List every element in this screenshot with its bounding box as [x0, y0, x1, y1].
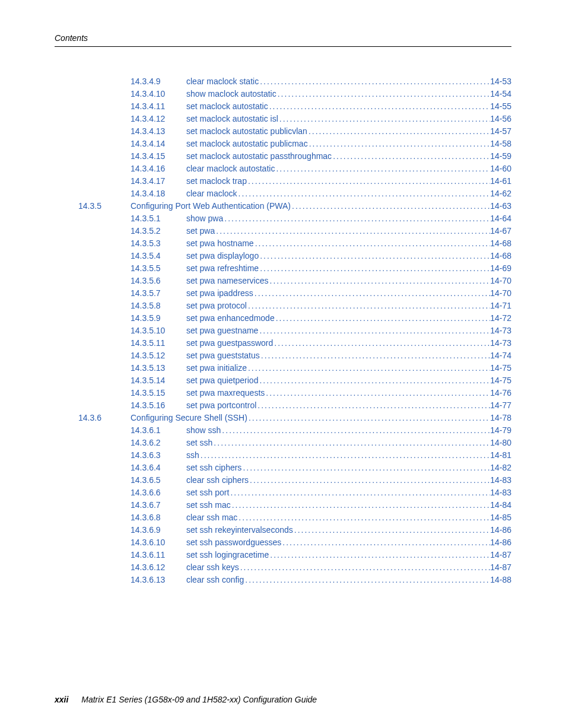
- toc-title: set ssh port: [186, 487, 229, 499]
- toc-number: 14.3.5.6: [55, 275, 186, 287]
- toc-title: set pwa: [186, 225, 215, 237]
- toc-entry[interactable]: 14.3.4.12set maclock autostatic isl 14-5…: [55, 113, 511, 125]
- toc-entry[interactable]: 14.3.4.10show maclock autostatic 14-54: [55, 88, 511, 100]
- toc-entry[interactable]: 14.3.4.18clear maclock 14-62: [55, 187, 511, 200]
- toc-entry[interactable]: 14.3.4.11set maclock autostatic 14-55: [55, 100, 511, 113]
- toc-page: 14-80: [490, 437, 511, 449]
- toc-number: 14.3.5.16: [55, 399, 186, 412]
- toc-page: 14-71: [490, 300, 511, 312]
- toc-number: 14.3.5.5: [55, 262, 186, 275]
- toc-number: 14.3.5.9: [55, 312, 186, 325]
- toc-entry[interactable]: 14.3.5.16set pwa portcontrol 14-77: [55, 399, 511, 412]
- toc-page: 14-83: [490, 474, 511, 487]
- toc-title: set ssh ciphers: [186, 462, 241, 474]
- toc-number: 14.3.4.16: [55, 163, 186, 175]
- toc-title: set pwa quietperiod: [186, 374, 258, 387]
- toc-entry[interactable]: 14.3.5Configuring Port Web Authenticatio…: [55, 200, 511, 212]
- toc-entry[interactable]: 14.3.4.9clear maclock static 14-53: [55, 75, 511, 88]
- toc-leader: [256, 399, 490, 412]
- toc-leader: [260, 349, 490, 362]
- toc-entry[interactable]: 14.3.5.7set pwa ipaddress 14-70: [55, 287, 511, 300]
- toc-title: set maclock autostatic publicmac: [186, 138, 308, 150]
- toc-leader: [221, 424, 490, 437]
- toc-entry[interactable]: 14.3.5.2set pwa 14-67: [55, 225, 511, 237]
- toc-title: set ssh logingracetime: [186, 549, 269, 561]
- toc-title: set maclock autostatic passthroughmac: [186, 150, 332, 163]
- toc-entry[interactable]: 14.3.4.14set maclock autostatic publicma…: [55, 138, 511, 150]
- toc-entry[interactable]: 14.3.5.14set pwa quietperiod 14-75: [55, 374, 511, 387]
- toc-number: 14.3.6.6: [55, 487, 186, 499]
- toc-number: 14.3.6.10: [55, 536, 186, 549]
- toc-entry[interactable]: 14.3.6.12clear ssh keys 14-87: [55, 561, 511, 574]
- table-of-contents: 14.3.4.9clear maclock static 14-5314.3.4…: [55, 75, 511, 586]
- toc-leader: [254, 237, 491, 250]
- toc-leader: [258, 374, 490, 387]
- toc-entry[interactable]: 14.3.5.10set pwa guestname 14-73: [55, 325, 511, 337]
- toc-entry[interactable]: 14.3.6.7set ssh mac 14-84: [55, 499, 511, 511]
- toc-leader: [275, 312, 491, 325]
- toc-number: 14.3.5.4: [55, 250, 186, 262]
- toc-title: show maclock autostatic: [186, 88, 276, 100]
- toc-entry[interactable]: 14.3.5.4set pwa displaylogo 14-68: [55, 250, 511, 262]
- toc-entry[interactable]: 14.3.6.3ssh 14-81: [55, 449, 511, 462]
- running-header: Contents: [55, 33, 511, 43]
- toc-entry[interactable]: 14.3.5.12set pwa gueststatus 14-74: [55, 349, 511, 362]
- toc-number: 14.3.4.13: [55, 125, 186, 138]
- toc-entry[interactable]: 14.3.5.8set pwa protocol 14-71: [55, 300, 511, 312]
- toc-entry[interactable]: 14.3.6.11set ssh logingracetime 14-87: [55, 549, 511, 561]
- toc-entry[interactable]: 14.3.5.6set pwa nameservices 14-70: [55, 275, 511, 287]
- toc-entry[interactable]: 14.3.6.5clear ssh ciphers 14-83: [55, 474, 511, 487]
- toc-title: set pwa initialize: [186, 362, 247, 374]
- toc-leader: [237, 187, 491, 200]
- toc-number: 14.3.5.11: [55, 337, 186, 349]
- toc-entry[interactable]: 14.3.6Configuring Secure Shell (SSH) 14-…: [55, 412, 511, 424]
- toc-page: 14-54: [490, 88, 511, 100]
- toc-entry[interactable]: 14.3.6.9set ssh rekeyintervalseconds 14-…: [55, 524, 511, 536]
- toc-entry[interactable]: 14.3.5.15set pwa maxrequests 14-76: [55, 387, 511, 399]
- toc-entry[interactable]: 14.3.5.1show pwa 14-64: [55, 212, 511, 225]
- toc-entry[interactable]: 14.3.4.13set maclock autostatic publicvl…: [55, 125, 511, 138]
- toc-page: 14-78: [490, 412, 511, 424]
- toc-entry[interactable]: 14.3.6.4set ssh ciphers 14-82: [55, 462, 511, 474]
- toc-leader: [247, 175, 490, 187]
- toc-page: 14-56: [490, 113, 511, 125]
- toc-entry[interactable]: 14.3.4.17set maclock trap 14-61: [55, 175, 511, 187]
- toc-entry[interactable]: 14.3.6.6set ssh port 14-83: [55, 487, 511, 499]
- toc-leader: [259, 75, 490, 88]
- toc-entry[interactable]: 14.3.6.8clear ssh mac 14-85: [55, 511, 511, 524]
- toc-number: 14.3.4.17: [55, 175, 186, 187]
- toc-number: 14.3.4.9: [55, 75, 186, 88]
- toc-page: 14-75: [490, 362, 511, 374]
- toc-title: set ssh: [186, 437, 212, 449]
- toc-entry[interactable]: 14.3.6.1show ssh 14-79: [55, 424, 511, 437]
- toc-title: set pwa ipaddress: [186, 287, 253, 300]
- toc-leader: [244, 574, 490, 586]
- toc-leader: [259, 250, 490, 262]
- toc-leader: [249, 474, 490, 487]
- toc-page: 14-79: [490, 424, 511, 437]
- toc-entry[interactable]: 14.3.5.5set pwa refreshtime 14-69: [55, 262, 511, 275]
- toc-number: 14.3.6.9: [55, 524, 186, 536]
- toc-entry[interactable]: 14.3.6.10set ssh passwordguesses 14-86: [55, 536, 511, 549]
- toc-page: 14-69: [490, 262, 511, 275]
- toc-number: 14.3.6.13: [55, 574, 186, 586]
- toc-entry[interactable]: 14.3.6.13clear ssh config 14-88: [55, 574, 511, 586]
- toc-page: 14-55: [490, 100, 511, 113]
- toc-number: 14.3.6.2: [55, 437, 186, 449]
- toc-entry[interactable]: 14.3.5.9set pwa enhancedmode 14-72: [55, 312, 511, 325]
- toc-leader: [269, 549, 490, 561]
- toc-leader: [273, 337, 490, 349]
- toc-number: 14.3.4.12: [55, 113, 186, 125]
- toc-entry[interactable]: 14.3.4.15set maclock autostatic passthro…: [55, 150, 511, 163]
- toc-entry[interactable]: 14.3.5.13set pwa initialize 14-75: [55, 362, 511, 374]
- toc-entry[interactable]: 14.3.6.2set ssh 14-80: [55, 437, 511, 449]
- toc-entry[interactable]: 14.3.5.3set pwa hostname 14-68: [55, 237, 511, 250]
- toc-entry[interactable]: 14.3.4.16clear maclock autostatic 14-60: [55, 163, 511, 175]
- toc-number: 14.3.4.15: [55, 150, 186, 163]
- toc-entry[interactable]: 14.3.5.11set pwa guestpassword 14-73: [55, 337, 511, 349]
- toc-page: 14-87: [490, 549, 511, 561]
- toc-leader: [199, 449, 490, 462]
- toc-leader: [239, 561, 490, 574]
- toc-title: clear ssh ciphers: [186, 474, 249, 487]
- toc-number: 14.3.5.8: [55, 300, 186, 312]
